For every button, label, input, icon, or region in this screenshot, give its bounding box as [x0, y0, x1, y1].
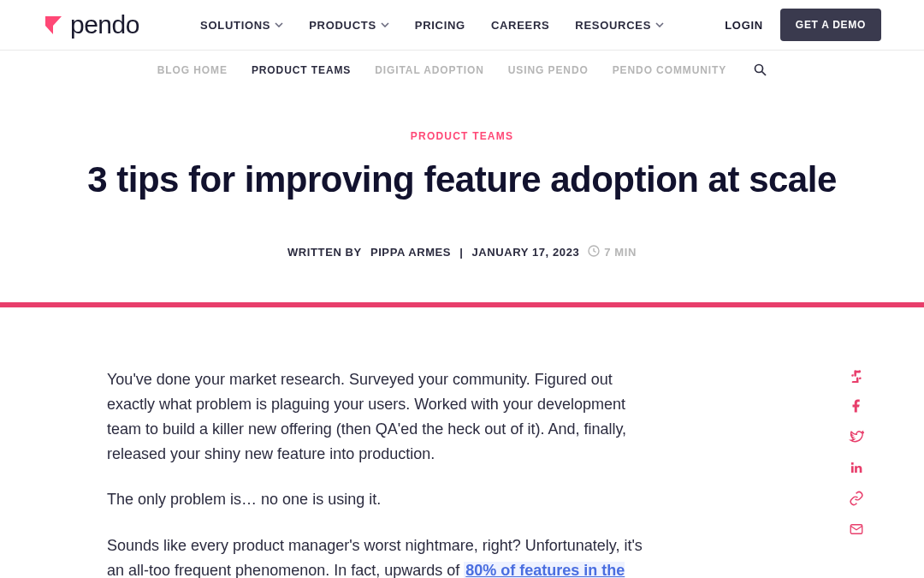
article-body: You've done your market research. Survey…: [107, 367, 659, 578]
clock-icon: [588, 245, 600, 259]
chevron-down-icon: [381, 22, 389, 27]
slack-icon[interactable]: [849, 367, 864, 383]
subnav-community[interactable]: PENDO COMMUNITY: [613, 64, 727, 76]
article-hero: PRODUCT TEAMS 3 tips for improving featu…: [0, 89, 924, 302]
email-icon[interactable]: [849, 521, 864, 537]
svg-point-0: [755, 65, 763, 73]
read-time: 7 MIN: [588, 245, 637, 259]
read-time-value: 7 MIN: [604, 246, 637, 259]
subnav-blog-home[interactable]: BLOG HOME: [157, 64, 228, 76]
logo-text: pendo: [70, 10, 139, 39]
search-icon[interactable]: [754, 63, 767, 76]
nav-label: RESOURCES: [575, 19, 651, 32]
byline-separator: |: [459, 246, 463, 259]
share-rail: [849, 367, 864, 537]
paragraph: You've done your market research. Survey…: [107, 367, 659, 468]
paragraph: Sounds like every product manager's wors…: [107, 533, 659, 578]
article-title: 3 tips for improving feature adoption at…: [34, 159, 890, 200]
nav-label: CAREERS: [491, 19, 549, 32]
subnav-digital-adoption[interactable]: DIGITAL ADOPTION: [375, 64, 484, 76]
blog-sub-nav: BLOG HOME PRODUCT TEAMS DIGITAL ADOPTION…: [0, 51, 924, 89]
subnav-using-pendo[interactable]: USING PENDO: [508, 64, 589, 76]
nav-careers[interactable]: CAREERS: [491, 19, 549, 32]
subnav-product-teams[interactable]: PRODUCT TEAMS: [252, 64, 351, 76]
link-icon[interactable]: [849, 491, 864, 506]
logo[interactable]: pendo: [43, 10, 139, 39]
nav-products[interactable]: PRODUCTS: [309, 19, 389, 32]
chevron-down-icon: [275, 22, 283, 27]
nav-label: PRICING: [415, 19, 465, 32]
article-container: You've done your market research. Survey…: [90, 307, 834, 578]
get-demo-button[interactable]: GET A DEMO: [780, 9, 881, 41]
author-name[interactable]: PIPPA ARMES: [370, 246, 451, 259]
svg-line-1: [762, 72, 767, 76]
linkedin-icon[interactable]: [849, 460, 864, 475]
nav-solutions[interactable]: SOLUTIONS: [200, 19, 283, 32]
login-link[interactable]: LOGIN: [725, 19, 763, 32]
publish-date: JANUARY 17, 2023: [471, 246, 579, 259]
nav-actions: LOGIN GET A DEMO: [725, 9, 881, 41]
logo-icon: [43, 14, 65, 36]
nav-resources[interactable]: RESOURCES: [575, 19, 664, 32]
paragraph: The only problem is… no one is using it.: [107, 487, 659, 512]
chevron-down-icon: [655, 22, 664, 27]
twitter-icon[interactable]: [849, 429, 864, 444]
top-nav: pendo SOLUTIONS PRODUCTS PRICING CAREERS…: [0, 0, 924, 51]
category-tag[interactable]: PRODUCT TEAMS: [34, 130, 890, 142]
nav-label: SOLUTIONS: [200, 19, 270, 32]
facebook-icon[interactable]: [849, 398, 864, 414]
nav-pricing[interactable]: PRICING: [415, 19, 465, 32]
nav-label: PRODUCTS: [309, 19, 376, 32]
main-menu: SOLUTIONS PRODUCTS PRICING CAREERS RESOU…: [200, 19, 664, 32]
byline: WRITTEN BY PIPPA ARMES | JANUARY 17, 202…: [34, 245, 890, 259]
byline-prefix: WRITTEN BY: [287, 246, 362, 259]
